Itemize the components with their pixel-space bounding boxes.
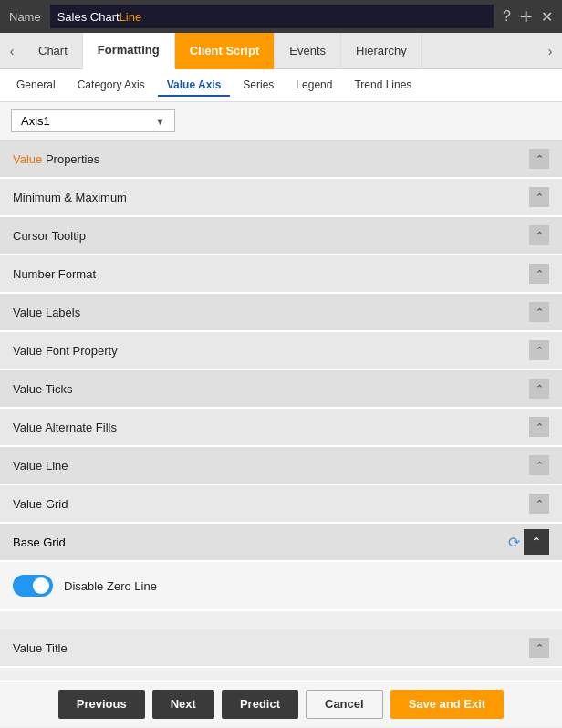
- section-base-grid[interactable]: Base Grid ⟳ ⌃: [0, 524, 562, 562]
- section-cursor-tooltip-label: Cursor Tooltip: [13, 229, 86, 243]
- title-text-line: Line: [120, 10, 142, 24]
- section-value-properties[interactable]: Value Properties ⌃: [0, 140, 562, 179]
- collapse-number-format-btn[interactable]: ⌃: [529, 264, 549, 284]
- section-value-font-property[interactable]: Value Font Property ⌃: [0, 332, 562, 370]
- sub-tab-series[interactable]: Series: [234, 75, 283, 97]
- sub-tab-bar: General Category Axis Value Axis Series …: [0, 69, 562, 102]
- move-icon[interactable]: ✛: [520, 8, 532, 26]
- title-text-sales-chart: Sales Chart: [57, 10, 120, 24]
- help-icon[interactable]: ?: [503, 8, 511, 26]
- section-value-grid[interactable]: Value Grid ⌃: [0, 485, 562, 524]
- section-min-max-label: Minimum & Maximum: [13, 191, 127, 204]
- section-value-font-property-label: Value Font Property: [13, 344, 118, 358]
- refresh-icon[interactable]: ⟳: [508, 534, 520, 551]
- section-value-title[interactable]: Value Title ⌃: [0, 629, 562, 668]
- main-content: Value Properties ⌃ Minimum & Maximum ⌃ C…: [0, 140, 562, 681]
- title-bar-icons: ? ✛ ✕: [503, 8, 553, 26]
- section-value-title-label: Value Title: [13, 641, 68, 655]
- predict-button[interactable]: Predict: [222, 690, 298, 719]
- section-value-alternate-fills-label: Value Alternate Fills: [13, 421, 117, 434]
- sub-tab-value-axis[interactable]: Value Axis: [158, 75, 231, 97]
- axis-value: Axis1: [21, 114, 50, 128]
- section-min-max[interactable]: Minimum & Maximum ⌃: [0, 179, 562, 217]
- sub-tab-trend-lines[interactable]: Trend Lines: [345, 75, 421, 97]
- tab-hierarchy[interactable]: Hierarchy: [341, 33, 422, 69]
- collapse-value-labels-btn[interactable]: ⌃: [529, 302, 549, 322]
- tab-prev-arrow[interactable]: ‹: [0, 33, 24, 69]
- collapse-value-properties-btn[interactable]: ⌃: [529, 149, 549, 169]
- collapse-min-max-btn[interactable]: ⌃: [529, 187, 549, 207]
- collapse-value-title-btn[interactable]: ⌃: [529, 638, 549, 658]
- collapse-value-ticks-btn[interactable]: ⌃: [529, 379, 549, 399]
- section-value-line-label: Value Line: [13, 459, 68, 473]
- tab-bar: ‹ Chart Formatting Client Script Events …: [0, 33, 562, 69]
- disable-zero-line-label: Disable Zero Line: [64, 579, 157, 593]
- previous-button[interactable]: Previous: [58, 690, 145, 719]
- toggle-row-disable-zero-line: Disable Zero Line: [0, 562, 562, 611]
- collapse-value-line-btn[interactable]: ⌃: [529, 455, 549, 475]
- section-value-ticks-label: Value Ticks: [13, 382, 73, 396]
- axis-dropdown[interactable]: Axis1 ▼: [11, 109, 175, 132]
- section-value-labels-label: Value Labels: [13, 306, 80, 319]
- dropdown-arrow-icon: ▼: [155, 116, 165, 127]
- base-grid-controls: ⟳ ⌃: [508, 529, 549, 555]
- tab-more-arrow[interactable]: ›: [538, 33, 562, 69]
- section-base-grid-label: Base Grid: [13, 536, 66, 549]
- footer: Previous Next Predict Cancel Save and Ex…: [0, 681, 562, 726]
- section-value-grid-label: Value Grid: [13, 497, 68, 511]
- section-cursor-tooltip[interactable]: Cursor Tooltip ⌃: [0, 217, 562, 255]
- title-bar: Name Sales Chart Line ? ✛ ✕: [0, 0, 562, 33]
- section-number-format[interactable]: Number Format ⌃: [0, 255, 562, 294]
- section-value-ticks[interactable]: Value Ticks ⌃: [0, 370, 562, 409]
- name-label: Name: [9, 10, 41, 24]
- axis-selector: Axis1 ▼: [0, 102, 562, 140]
- sub-tab-category-axis[interactable]: Category Axis: [68, 75, 154, 97]
- section-value-properties-label: Value Properties: [13, 152, 99, 166]
- sub-tab-general[interactable]: General: [7, 75, 65, 97]
- section-value-labels[interactable]: Value Labels ⌃: [0, 294, 562, 332]
- save-exit-button[interactable]: Save and Exit: [390, 690, 505, 719]
- cancel-button[interactable]: Cancel: [306, 690, 383, 719]
- section-value-alternate-fills[interactable]: Value Alternate Fills ⌃: [0, 409, 562, 447]
- spacer: [0, 611, 562, 629]
- collapse-value-alternate-fills-btn[interactable]: ⌃: [529, 417, 549, 437]
- disable-zero-line-toggle[interactable]: [13, 575, 53, 597]
- tab-events[interactable]: Events: [275, 33, 341, 69]
- base-grid-dark-btn[interactable]: ⌃: [524, 529, 549, 555]
- close-icon[interactable]: ✕: [541, 8, 553, 26]
- collapse-value-grid-btn[interactable]: ⌃: [529, 494, 549, 514]
- sub-tab-legend[interactable]: Legend: [286, 75, 341, 97]
- tab-formatting[interactable]: Formatting: [83, 33, 175, 69]
- section-number-format-label: Number Format: [13, 267, 96, 281]
- collapse-value-font-property-btn[interactable]: ⌃: [529, 340, 549, 360]
- collapse-cursor-tooltip-btn[interactable]: ⌃: [529, 225, 549, 245]
- tab-client-script[interactable]: Client Script: [175, 33, 276, 69]
- tab-chart[interactable]: Chart: [24, 33, 83, 69]
- next-button[interactable]: Next: [152, 690, 214, 719]
- section-value-line[interactable]: Value Line ⌃: [0, 447, 562, 485]
- title-input[interactable]: Sales Chart Line: [50, 5, 494, 28]
